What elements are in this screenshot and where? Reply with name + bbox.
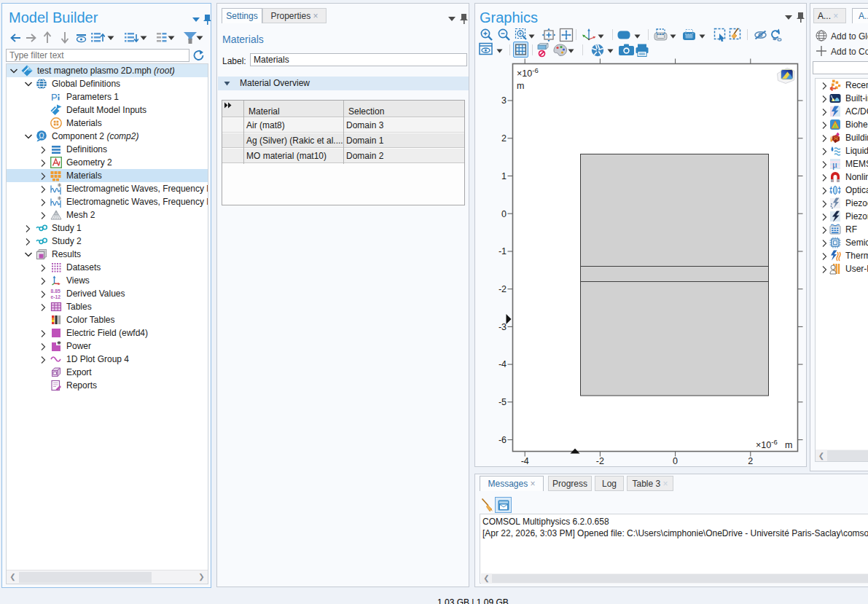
svg-text:μ: μ [832, 159, 837, 170]
svg-text:0: 0 [501, 209, 507, 219]
svg-text:-5: -5 [498, 397, 507, 407]
svg-text:0: 0 [673, 456, 678, 466]
svg-text:-3: -3 [498, 322, 507, 332]
svg-text:-2: -2 [498, 284, 507, 294]
svg-text:Ω: Ω [39, 132, 44, 140]
svg-text:8.85: 8.85 [51, 289, 60, 294]
svg-text:-1: -1 [498, 246, 507, 256]
svg-text:e-12: e-12 [51, 294, 61, 299]
svg-text:2: 2 [501, 133, 507, 144]
svg-text:P: P [51, 92, 58, 103]
svg-text:m: m [517, 81, 524, 91]
svg-text:-4: -4 [521, 456, 529, 466]
svg-text:3: 3 [501, 95, 507, 106]
svg-text:2: 2 [748, 456, 753, 466]
svg-text:1: 1 [501, 171, 507, 181]
svg-text:-2: -2 [596, 456, 604, 466]
svg-text:-6: -6 [498, 435, 507, 445]
svg-text:-4: -4 [498, 359, 507, 369]
